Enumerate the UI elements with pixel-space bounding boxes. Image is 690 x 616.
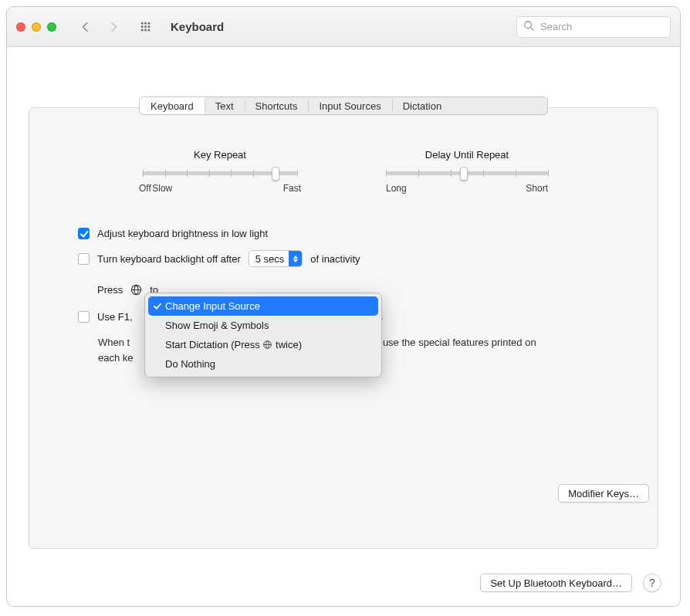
tab-shortcuts[interactable]: Shortcuts bbox=[245, 97, 309, 114]
search-input[interactable] bbox=[539, 20, 664, 33]
svg-rect-1 bbox=[144, 22, 147, 24]
svg-rect-0 bbox=[141, 22, 144, 24]
prefs-window: Keyboard Keyboard Text Shortcuts Input S… bbox=[6, 6, 681, 607]
key-repeat-slow-label: Slow bbox=[152, 183, 172, 194]
tab-dictation[interactable]: Dictation bbox=[392, 97, 453, 114]
dropdown-item-start-dictation[interactable]: Start Dictation (Press twice) bbox=[148, 335, 378, 354]
svg-rect-6 bbox=[141, 29, 144, 31]
globe-icon bbox=[130, 284, 142, 296]
dropdown-item-emoji-symbols[interactable]: Show Emoji & Symbols bbox=[148, 316, 378, 335]
fn-keys-checkbox[interactable] bbox=[78, 311, 90, 323]
tab-text[interactable]: Text bbox=[205, 97, 245, 114]
tab-input-sources[interactable]: Input Sources bbox=[308, 97, 391, 114]
show-all-prefs-button[interactable] bbox=[135, 16, 157, 38]
adjust-brightness-checkbox[interactable] bbox=[78, 228, 90, 239]
close-window-button[interactable] bbox=[16, 22, 25, 32]
search-icon bbox=[523, 20, 534, 33]
delay-label: Delay Until Repeat bbox=[386, 149, 548, 161]
stepper-icon bbox=[289, 251, 302, 266]
globe-action-dropdown[interactable]: Change Input Source Show Emoji & Symbols… bbox=[144, 293, 382, 377]
dropdown-item-do-nothing[interactable]: Do Nothing bbox=[148, 354, 378, 374]
delay-group: Delay Until Repeat Long Short bbox=[386, 149, 548, 194]
press-globe-label-before: Press bbox=[97, 284, 123, 296]
backlight-off-label-after: of inactivity bbox=[310, 253, 360, 265]
key-repeat-slider[interactable] bbox=[143, 171, 297, 175]
backlight-delay-popup[interactable]: 5 secs bbox=[249, 250, 303, 267]
bluetooth-keyboard-button[interactable]: Set Up Bluetooth Keyboard… bbox=[480, 574, 632, 592]
help-button[interactable]: ? bbox=[643, 574, 661, 592]
svg-rect-3 bbox=[141, 25, 144, 28]
key-repeat-group: Key Repeat Off Slow Fast bbox=[139, 149, 301, 194]
tabs-segmented-control[interactable]: Keyboard Text Shortcuts Input Sources Di… bbox=[139, 96, 548, 115]
forward-button[interactable] bbox=[103, 16, 124, 38]
zoom-window-button[interactable] bbox=[47, 22, 56, 32]
svg-rect-4 bbox=[144, 25, 147, 28]
checkmark-icon bbox=[153, 301, 162, 310]
fn-keys-label-prefix: Use F1, bbox=[97, 311, 133, 323]
window-title: Keyboard bbox=[171, 20, 224, 33]
key-repeat-off-label: Off bbox=[139, 183, 151, 194]
key-repeat-label: Key Repeat bbox=[139, 149, 301, 161]
svg-rect-2 bbox=[148, 22, 151, 24]
titlebar: Keyboard bbox=[7, 7, 680, 47]
delay-thumb[interactable] bbox=[460, 167, 468, 181]
backlight-off-label-before: Turn keyboard backlight off after bbox=[97, 253, 241, 265]
delay-short-label: Short bbox=[526, 183, 548, 194]
adjust-brightness-label: Adjust keyboard brightness in low light bbox=[97, 228, 268, 239]
key-repeat-fast-label: Fast bbox=[283, 183, 301, 194]
back-button[interactable] bbox=[75, 16, 96, 38]
backlight-delay-value: 5 secs bbox=[255, 253, 285, 265]
bottom-bar: Set Up Bluetooth Keyboard… ? bbox=[7, 560, 680, 606]
svg-line-10 bbox=[531, 28, 534, 31]
svg-rect-8 bbox=[148, 29, 151, 31]
svg-rect-5 bbox=[148, 25, 151, 28]
search-field[interactable] bbox=[516, 16, 671, 38]
svg-rect-7 bbox=[144, 29, 147, 31]
delay-slider[interactable] bbox=[386, 171, 548, 175]
tab-keyboard[interactable]: Keyboard bbox=[140, 97, 205, 114]
delay-long-label: Long bbox=[386, 183, 407, 194]
key-repeat-thumb[interactable] bbox=[272, 167, 279, 181]
window-controls bbox=[16, 22, 56, 32]
modifier-keys-button[interactable]: Modifier Keys… bbox=[558, 484, 649, 503]
backlight-off-checkbox[interactable] bbox=[78, 253, 90, 265]
dropdown-item-change-input-source[interactable]: Change Input Source bbox=[148, 296, 378, 316]
minimize-window-button[interactable] bbox=[32, 22, 41, 32]
